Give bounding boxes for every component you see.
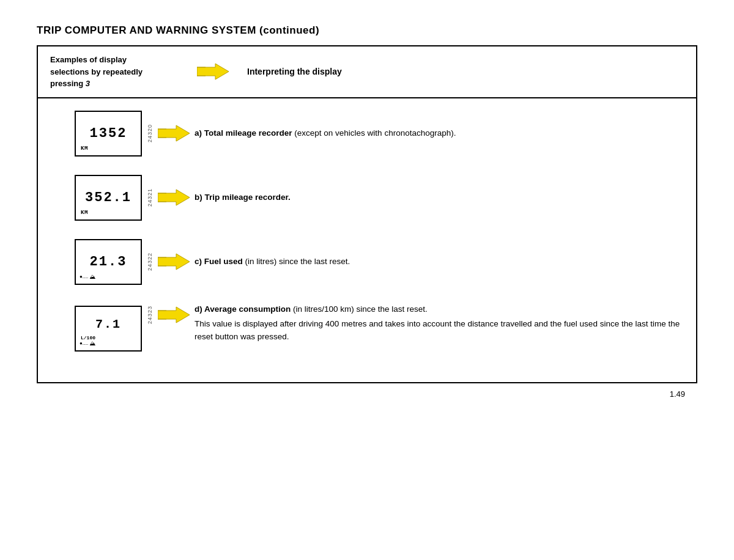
fig-num-a: 24320 [147,124,153,142]
desc-c: c) Fuel used (in litres) since the last … [190,256,684,268]
header-line1: Examples of display [50,55,127,64]
header-line3: pressing [50,79,86,88]
display-value-b: 352.1 [85,190,132,205]
fig-num-d: 24323 [147,306,153,324]
desc-normal-a: (except on vehicles with chronotachograp… [292,128,456,138]
desc-normal-c: (in litres) since the last reset. [243,257,350,266]
header-line2: selections by repeatedly [50,67,143,76]
display-row-c: 21.3 ●…… ⛰ 24322 c) Fuel used (in litres… [75,239,684,285]
fig-num-c: 24322 [147,252,153,271]
display-unit-b: KM [81,210,88,216]
desc-d: d) Average consumption (in litres/100 km… [190,303,684,344]
display-footer-d: ●…… ⛰ [80,340,95,347]
display-unit-a: KM [81,146,88,152]
fuel-dot-icon-d: ●…… [80,341,88,346]
svg-marker-6 [158,190,190,205]
arrow-icon-c [158,252,190,271]
display-row-a: 1352 KM 24320 a) Total mileage recorder … [75,111,684,157]
svg-marker-9 [158,254,190,270]
desc-d-extra: This value is displayed after driving 40… [195,318,684,344]
header-row: Examples of display selections by repeat… [38,46,696,98]
svg-marker-0 [197,64,229,79]
fig-num-b: 24321 [147,188,153,207]
display-value-d: 7.1 [95,317,121,331]
desc-d-line1: d) Average consumption (in litres/100 km… [195,303,684,316]
fuel-pump-icon-d: ⛰ [89,340,95,347]
desc-b: b) Trip mileage recorder. [190,191,684,204]
desc-bold-b: b) Trip mileage recorder. [195,193,291,202]
arrow-icon-d [158,306,190,324]
display-value-c: 21.3 [90,254,127,270]
display-value-a: 1352 [90,126,127,141]
display-footer-c: ●…… ⛰ [80,273,95,281]
svg-marker-12 [158,307,190,323]
desc-bold-a: a) Total mileage recorder [195,128,292,138]
header-num: 3 [86,79,90,88]
desc-bold-c: c) Fuel used [195,257,243,266]
arrow-icon-a [158,124,190,142]
header-left-text: Examples of display selections by repeat… [50,54,185,90]
display-box-b: 352.1 KM [75,175,142,221]
page-number: 1.49 [37,383,697,402]
fuel-dot-icon: ●…… [80,274,88,279]
display-row-b: 352.1 KM 24321 b) Trip mileage recorder. [75,175,684,221]
content-area: 1352 KM 24320 a) Total mileage recorder … [38,98,696,382]
desc-normal-d: (in litres/100 km) since the last reset. [291,304,428,314]
arrow-icon-b [158,188,190,207]
fuel-pump-icon: ⛰ [89,273,95,281]
desc-a: a) Total mileage recorder (except on veh… [190,127,684,140]
display-box-d: 7.1 L/100 ●…… ⛰ [75,306,142,352]
header-right-text: Interpreting the display [247,67,342,76]
desc-bold-d: d) Average consumption [195,304,291,314]
display-row-d: 7.1 L/100 ●…… ⛰ 24323 d) Average consump… [75,303,684,352]
main-content-box: Examples of display selections by repeat… [37,45,697,383]
svg-marker-3 [158,125,190,141]
page-title: TRIP COMPUTER AND WARNING SYSTEM (contin… [37,24,697,37]
header-arrow-icon [197,62,229,81]
display-box-c: 21.3 ●…… ⛰ [75,239,142,285]
display-box-a: 1352 KM [75,111,142,157]
